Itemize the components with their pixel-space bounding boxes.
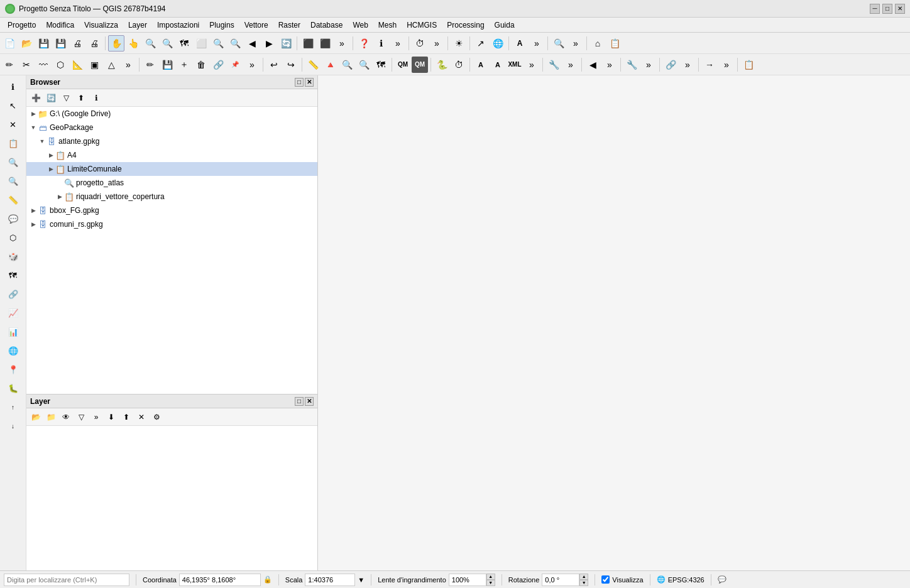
layer-float-button[interactable]: □: [295, 397, 304, 406]
print-button[interactable]: 🖨: [69, 35, 85, 52]
tree-item-progetto-atlas[interactable]: ▶ 🔍 progetto_atlas: [26, 176, 317, 190]
digitize2-button[interactable]: ✂: [18, 57, 35, 73]
more3-button[interactable]: »: [429, 35, 445, 52]
zoom-selected-button[interactable]: ⬜: [193, 35, 209, 52]
layer-open-button[interactable]: 📂: [29, 410, 43, 424]
tree-item-comuni[interactable]: ▶ 🗄 comuni_rs.gpkg: [26, 217, 317, 231]
ann-form-button[interactable]: A: [490, 57, 506, 73]
ann-text-button[interactable]: A: [473, 57, 489, 73]
map-canvas[interactable]: [318, 75, 910, 570]
tool-geo[interactable]: 🌐: [3, 342, 23, 359]
more2-button[interactable]: »: [390, 35, 406, 52]
more11-button[interactable]: »: [640, 57, 657, 73]
tool-measure[interactable]: 📏: [3, 191, 23, 209]
tool-deselect[interactable]: ✕: [3, 116, 23, 133]
zoom-extent-button[interactable]: 🗺: [176, 35, 192, 52]
coordinate-input[interactable]: [179, 574, 261, 586]
final-button[interactable]: 📋: [740, 57, 757, 73]
browser-float-button[interactable]: □: [295, 78, 304, 87]
xml-button[interactable]: XML: [507, 57, 523, 73]
layer-more-button[interactable]: »: [89, 410, 103, 424]
layer-props-button[interactable]: ⚙: [150, 410, 163, 424]
pan2-button[interactable]: 👆: [125, 35, 141, 52]
pan-button[interactable]: ✋: [108, 35, 124, 52]
tree-item-bbox[interactable]: ▶ 🗄 bbox_FG.gpkg: [26, 204, 317, 217]
menu-layer[interactable]: Layer: [123, 18, 152, 32]
more13-button[interactable]: »: [718, 57, 735, 73]
identify2-button[interactable]: 🔍: [339, 57, 355, 73]
browser-tree[interactable]: ▶ 📁 G:\ (Google Drive) ▼ 🗃 GeoPackage ▼ …: [26, 107, 317, 394]
more5-button[interactable]: »: [567, 35, 584, 52]
zoom-in-button[interactable]: 🔍: [142, 35, 158, 52]
tool-arrow-up[interactable]: ↑: [3, 398, 23, 416]
tree-item-limitecomunale[interactable]: ▶ 📋 LimiteComunale: [26, 162, 317, 176]
menu-plugins[interactable]: Plugins: [204, 18, 239, 32]
rotation-input[interactable]: [542, 574, 579, 586]
tree-item-riquadri[interactable]: ▶ 📋 riquadri_vettore_copertura: [26, 190, 317, 204]
tool-debug[interactable]: 🐛: [3, 379, 23, 397]
zoom-last-button[interactable]: ◀: [244, 35, 260, 52]
refresh-button[interactable]: 🔄: [278, 35, 294, 52]
layer-group-button[interactable]: 📁: [44, 410, 58, 424]
browser-close-button[interactable]: ✕: [305, 78, 314, 87]
layer-vis-button[interactable]: 👁: [59, 410, 73, 424]
magnifier-down-button[interactable]: ▼: [486, 580, 495, 586]
tool-layer-toggle[interactable]: ⬡: [3, 229, 23, 246]
more12-button[interactable]: »: [679, 57, 696, 73]
menu-web[interactable]: Web: [348, 18, 373, 32]
tree-item-gdrive[interactable]: ▶ 📁 G:\ (Google Drive): [26, 107, 317, 121]
temporal-button[interactable]: ⏱: [412, 35, 428, 52]
measure-area-button[interactable]: 🔺: [322, 57, 338, 73]
undo-button[interactable]: ↩: [266, 57, 282, 73]
browser-add-button[interactable]: ➕: [29, 91, 43, 105]
toggle-edit-button[interactable]: ✏: [142, 57, 158, 73]
tool-map2[interactable]: 🗺: [3, 266, 23, 284]
globe-button[interactable]: 🌐: [490, 35, 506, 52]
tile1-button[interactable]: ⬛: [300, 35, 316, 52]
layer-remove-button[interactable]: ✕: [134, 410, 148, 424]
more10-button[interactable]: »: [601, 57, 618, 73]
delete-feature-button[interactable]: 🗑: [193, 57, 209, 73]
tile2-button[interactable]: ⬛: [317, 35, 333, 52]
arrow-button[interactable]: →: [701, 57, 718, 73]
identify-button[interactable]: ℹ: [373, 35, 389, 52]
tool-form[interactable]: 📋: [3, 134, 23, 152]
tool-stat[interactable]: 📊: [3, 323, 23, 340]
search-button[interactable]: 🔍: [551, 35, 567, 52]
scale-input[interactable]: [305, 574, 355, 586]
zoom-layer-button[interactable]: 🔍: [210, 35, 226, 52]
help-button[interactable]: ❓: [356, 35, 372, 52]
tool-select-rect[interactable]: ↖: [3, 97, 23, 114]
tree-item-atlante[interactable]: ▼ 🗄 atlante.gpkg: [26, 134, 317, 148]
more7-button[interactable]: »: [244, 57, 260, 73]
digitize3-button[interactable]: 〰: [35, 57, 52, 73]
tool-annotation[interactable]: 💬: [3, 210, 23, 227]
save-layer-button[interactable]: 💾: [159, 57, 175, 73]
digitize5-button[interactable]: 📐: [69, 57, 85, 73]
layer-down-button[interactable]: ⬇: [104, 410, 118, 424]
new-project-button[interactable]: 📄: [1, 35, 18, 52]
open-project-button[interactable]: 📂: [18, 35, 35, 52]
browser-filter-button[interactable]: ▽: [59, 91, 73, 105]
snap2-button[interactable]: 📌: [227, 57, 243, 73]
tool-profile[interactable]: 📈: [3, 304, 23, 322]
tool-identify[interactable]: ℹ: [3, 78, 23, 95]
sun-button[interactable]: ☀: [451, 35, 467, 52]
more9-button[interactable]: »: [562, 57, 579, 73]
nav-back-button[interactable]: ◀: [584, 57, 601, 73]
python-button[interactable]: 🐍: [434, 57, 450, 73]
menu-hcmgis[interactable]: HCMGIS: [402, 18, 442, 32]
snap1-button[interactable]: 🔗: [210, 57, 226, 73]
rotation-up-button[interactable]: ▲: [579, 574, 588, 580]
magnifier-up-button[interactable]: ▲: [486, 574, 495, 580]
digitize7-button[interactable]: △: [103, 57, 119, 73]
mag-button[interactable]: 🔧: [623, 57, 640, 73]
minimize-button[interactable]: ─: [870, 4, 880, 14]
zoom-out-button[interactable]: 🔍: [159, 35, 175, 52]
zoom-native-button[interactable]: 🔍: [227, 35, 243, 52]
scale-dropdown-icon[interactable]: ▼: [358, 576, 365, 584]
close-button[interactable]: ✕: [895, 4, 905, 14]
measure-line-button[interactable]: 📏: [305, 57, 321, 73]
more1-button[interactable]: »: [334, 35, 350, 52]
map3d-button[interactable]: 🗺: [373, 57, 389, 73]
